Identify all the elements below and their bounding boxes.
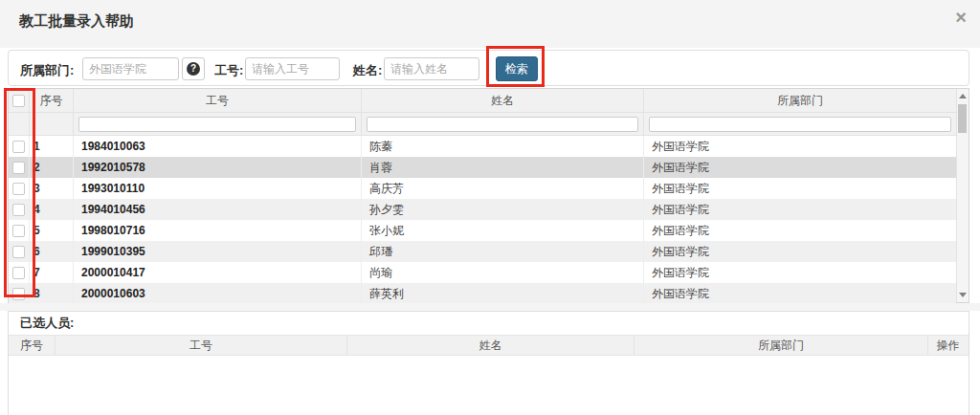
- selected-table-body: [9, 356, 969, 414]
- filter-cell-dept: [644, 113, 956, 135]
- row-checkbox-cell: [9, 178, 30, 199]
- cell-staff-id: 1984010063: [74, 136, 362, 157]
- cell-name: 邱璠: [362, 241, 644, 262]
- staff-table-filter-row: [9, 113, 956, 136]
- dept-column-filter-input[interactable]: [649, 117, 951, 132]
- selected-column-name: 姓名: [347, 336, 635, 355]
- row-checkbox[interactable]: [12, 141, 25, 153]
- question-icon: ?: [187, 62, 200, 76]
- filter-cell-staff-id: [74, 113, 362, 135]
- staff-table-header: 序号 工号 姓名 所属部门: [9, 89, 956, 113]
- cell-seq: 7: [30, 262, 74, 283]
- row-checkbox-cell: [9, 262, 30, 283]
- cell-staff-id: 1992010578: [74, 157, 362, 178]
- cell-staff-id: 2000010417: [74, 262, 362, 283]
- table-row[interactable]: 61999010395邱璠外国语学院: [9, 241, 956, 262]
- cell-name: 高庆芳: [362, 178, 644, 199]
- table-row[interactable]: 82000010603薛英利外国语学院: [9, 283, 956, 304]
- select-all-checkbox[interactable]: [12, 95, 25, 107]
- vertical-scrollbar[interactable]: [956, 89, 969, 302]
- cell-seq: 5: [30, 220, 74, 241]
- table-row[interactable]: 41994010456孙夕雯外国语学院: [9, 199, 956, 220]
- cell-staff-id: 1998010716: [74, 220, 362, 241]
- cell-staff-id: 1999010395: [74, 241, 362, 262]
- scroll-up-icon[interactable]: [959, 94, 967, 98]
- cell-seq: 6: [30, 241, 74, 262]
- table-row[interactable]: 72000010417尚瑜外国语学院: [9, 262, 956, 283]
- cell-dept: 外国语学院: [644, 262, 956, 283]
- cell-staff-id: 1993010110: [74, 178, 362, 199]
- cell-seq: 1: [30, 136, 74, 157]
- cell-name: 薛英利: [362, 283, 644, 304]
- selected-column-staff-id: 工号: [56, 336, 347, 355]
- selected-column-dept: 所属部门: [635, 336, 928, 355]
- cell-dept: 外国语学院: [644, 199, 956, 220]
- cell-dept: 外国语学院: [644, 220, 956, 241]
- cell-name: 孙夕雯: [362, 199, 644, 220]
- column-header-name: 姓名: [362, 89, 644, 112]
- department-label: 所属部门:: [20, 62, 74, 79]
- row-checkbox[interactable]: [12, 288, 25, 300]
- filter-cell-empty: [9, 113, 30, 135]
- row-checkbox[interactable]: [12, 225, 25, 237]
- row-checkbox-cell: [9, 220, 30, 241]
- dialog-header: 教工批量录入帮助 ×: [0, 0, 980, 48]
- row-checkbox[interactable]: [12, 246, 25, 258]
- filter-bar: 所属部门: ? 工号: 姓名: 检索: [8, 50, 969, 86]
- filter-cell-name: [362, 113, 644, 135]
- column-header-seq: 序号: [30, 89, 74, 112]
- row-checkbox-cell: [9, 241, 30, 262]
- close-icon[interactable]: ×: [949, 6, 972, 29]
- help-button[interactable]: ?: [182, 57, 205, 80]
- selected-personnel-panel: 已选人员: 序号 工号 姓名 所属部门 操作: [8, 311, 969, 415]
- staff-id-input[interactable]: [245, 57, 340, 80]
- table-row[interactable]: 31993010110高庆芳外国语学院: [9, 178, 956, 199]
- table-row[interactable]: 21992010578肖蓉外国语学院: [9, 157, 956, 178]
- name-label: 姓名:: [353, 62, 382, 79]
- row-checkbox-cell: [9, 199, 30, 220]
- department-input[interactable]: [82, 57, 179, 80]
- selected-personnel-title: 已选人员:: [9, 312, 969, 335]
- staff-table: 序号 工号 姓名 所属部门 11984010063陈蓁外国语学院21992010…: [8, 88, 969, 303]
- cell-dept: 外国语学院: [644, 283, 956, 304]
- page-title: 教工批量录入帮助: [19, 12, 134, 31]
- cell-name: 尚瑜: [362, 262, 644, 283]
- cell-seq: 3: [30, 178, 74, 199]
- staff-table-body: 11984010063陈蓁外国语学院21992010578肖蓉外国语学院3199…: [9, 136, 969, 304]
- scrollbar-thumb[interactable]: [958, 104, 967, 133]
- selected-column-seq: 序号: [9, 336, 56, 355]
- column-header-dept: 所属部门: [644, 89, 956, 112]
- row-checkbox[interactable]: [12, 267, 25, 279]
- filter-cell-empty: [30, 113, 74, 135]
- cell-seq: 4: [30, 199, 74, 220]
- row-checkbox[interactable]: [12, 183, 25, 195]
- row-checkbox[interactable]: [12, 162, 25, 174]
- column-header-staff-id: 工号: [74, 89, 362, 112]
- cell-seq: 8: [30, 283, 74, 304]
- cell-dept: 外国语学院: [644, 136, 956, 157]
- row-checkbox-cell: [9, 157, 30, 178]
- name-input[interactable]: [384, 57, 479, 80]
- cell-dept: 外国语学院: [644, 241, 956, 262]
- staff-id-column-filter-input[interactable]: [78, 117, 356, 132]
- panel-gap: [0, 303, 980, 311]
- cell-name: 陈蓁: [362, 136, 644, 157]
- table-row[interactable]: 11984010063陈蓁外国语学院: [9, 136, 956, 157]
- selected-table-header: 序号 工号 姓名 所属部门 操作: [9, 335, 969, 356]
- row-checkbox-cell: [9, 136, 30, 157]
- cell-dept: 外国语学院: [644, 178, 956, 199]
- cell-staff-id: 2000010603: [74, 283, 362, 304]
- staff-id-label: 工号:: [214, 62, 243, 79]
- cell-staff-id: 1994010456: [74, 199, 362, 220]
- select-all-cell: [9, 89, 30, 112]
- row-checkbox-cell: [9, 283, 30, 304]
- cell-name: 肖蓉: [362, 157, 644, 178]
- search-button[interactable]: 检索: [496, 56, 538, 81]
- cell-dept: 外国语学院: [644, 157, 956, 178]
- table-row[interactable]: 51998010716张小妮外国语学院: [9, 220, 956, 241]
- name-column-filter-input[interactable]: [367, 117, 638, 132]
- cell-seq: 2: [30, 157, 74, 178]
- scroll-down-icon[interactable]: [959, 293, 967, 297]
- row-checkbox[interactable]: [12, 204, 25, 216]
- selected-column-action: 操作: [928, 336, 968, 355]
